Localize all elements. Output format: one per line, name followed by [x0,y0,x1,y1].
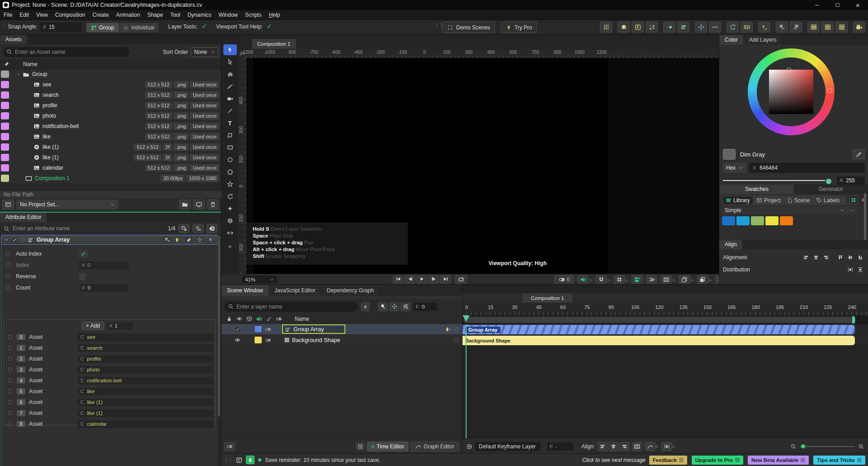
enabled-checkbox-icon[interactable] [11,237,18,243]
step-fwd-button[interactable] [428,275,439,284]
open-folder-button[interactable] [179,200,191,209]
menu-dynamics[interactable]: Dynamics [184,10,215,20]
asset-row-calendar[interactable]: calendar512 x 512.pngUsed once [0,163,221,173]
menu-file[interactable]: File [0,10,16,20]
group-array-header[interactable]: Group Array × [1,235,218,245]
source-labels[interactable]: Labels [813,196,842,204]
tool-settings[interactable] [223,215,237,226]
asset-reference-field[interactable]: Csearch [78,344,213,352]
tab-composition-1[interactable]: Composition 1 [252,39,296,49]
frame-button[interactable] [660,275,672,284]
asset-row-profile[interactable]: profile512 x 512.pngUsed once [0,100,221,111]
asset-color-swatch[interactable] [1,143,9,151]
layer-clip-icon[interactable] [264,326,272,333]
layer-clip-icon[interactable] [264,337,272,343]
value-field[interactable]: #9 [79,284,129,292]
asset-color-swatch[interactable] [1,164,9,171]
tool-select[interactable] [223,44,237,55]
tool-rotate[interactable] [223,191,237,202]
grid-options-chevron[interactable]: ▷ [626,276,628,283]
toolbar-align-bars-button[interactable] [677,22,689,33]
keyframe-dot[interactable] [8,389,12,394]
toolbar-rotate-cycle-button[interactable] [726,22,739,33]
add-asset-button[interactable]: + Add [82,322,104,330]
distribute-kf-button[interactable] [661,442,672,451]
source-library[interactable]: Library [723,196,753,204]
toolbar-layout-columns-button[interactable] [807,22,820,33]
tool-hand[interactable] [223,69,237,80]
viewport-canvas[interactable]: Hold S Direct Layer SelectionSpace Play/… [246,58,719,274]
chevron-right-icon[interactable]: ▷ [673,444,675,448]
distribute-h-button[interactable] [846,266,855,274]
tool-knife[interactable] [223,81,237,92]
skip-end-button[interactable] [440,275,451,284]
timeline-bar[interactable]: Background Shape [462,336,855,345]
frame-filter-field[interactable]: F 0 [413,303,437,311]
asset-row-search[interactable]: search512 x 512.pngUsed once [0,90,221,100]
clear-search-button[interactable] [207,224,217,233]
color-swatch-chip[interactable] [765,216,778,225]
color-swatch-chip[interactable] [722,216,735,225]
layer-keyframe-dot[interactable] [454,327,458,332]
keyframe-dot[interactable] [6,252,10,256]
tool-sparkle[interactable] [223,203,237,214]
onion-brush-button[interactable] [378,302,388,311]
asset-reference-field[interactable]: Ccalendar [78,420,213,428]
align-bottom-button[interactable] [856,253,865,262]
layer-row-background-shape[interactable]: Background Shape [222,335,462,346]
tab-assets[interactable]: Assets [0,35,27,44]
project-set-dropdown[interactable]: No Project Set... [16,200,118,209]
scatter-filter-button[interactable] [389,302,399,311]
asset-row-like-1-[interactable]: like (1)512 x 5122f.pngUsed once [0,152,221,163]
asset-row-notification-bell[interactable]: notification-bell512 x 512.pngUsed once [0,121,221,132]
tool-direct-select[interactable] [223,57,237,67]
keyframe-dot[interactable] [6,285,10,290]
asset-search-input[interactable]: Enter an Asset name [3,47,129,57]
trash-button[interactable] [207,200,219,209]
tool-pentagon[interactable] [223,166,237,177]
toolbar-stagger-offset-2-button[interactable] [790,22,802,33]
align-right-button[interactable] [821,253,830,262]
tab-scene-window[interactable]: Scene Window [222,285,269,296]
asset-row-like-1-[interactable]: like (1)512 x 5122f.pngUsed once [0,142,221,152]
asset-row-like[interactable]: like512 x 512.pngUsed once [0,132,221,142]
notification-count-badge[interactable]: 8 [246,456,255,464]
tools-overflow-button[interactable]: » [222,242,238,250]
asset-reference-field[interactable]: Clike (1) [78,409,213,417]
clip-column-icon[interactable] [275,316,283,322]
pick-attribute-button[interactable] [179,224,189,233]
tab-dependency-graph[interactable]: Dependency Graph [321,285,380,296]
attribute-scrollbar[interactable] [218,235,220,466]
asset-reference-field[interactable]: Csee [78,333,213,341]
layer-name-cell[interactable]: Background Shape [282,335,345,345]
keyframe-dot[interactable] [8,346,12,350]
toolbar-dots-grid-button[interactable] [600,22,612,33]
project-board-button[interactable] [2,200,14,209]
toolbar-layout-rows-button[interactable] [821,22,834,33]
menu-create[interactable]: Create [89,10,113,20]
asset-color-swatch[interactable] [1,112,9,119]
tool-transform-box[interactable] [223,130,237,141]
asset-reference-field[interactable]: Clike (1) [78,399,213,406]
asset-color-swatch[interactable] [1,81,9,88]
zoom-in-icon[interactable] [858,443,864,450]
toolbar-filmstrip-button[interactable] [741,22,753,33]
close-section-button[interactable]: × [206,236,215,244]
align-center-h-button[interactable] [811,253,821,262]
asset-row-group[interactable]: Group [0,69,221,80]
menu-help[interactable]: Help [265,10,284,20]
timeline-scrollstrip[interactable] [462,315,868,324]
try-pro-button[interactable]: Try Pro [501,22,537,33]
color-swatch-chip[interactable] [780,216,793,225]
eyedropper-button[interactable] [852,149,865,159]
tab-javascript-editor[interactable]: JavaScript Editor [269,285,321,296]
asset-row-composition-1[interactable]: Composition 130.00fps1920 x 1080 [0,173,221,184]
filter-sliders-button[interactable] [401,302,410,311]
value-field[interactable]: #0 [79,262,129,269]
asset-color-swatch[interactable] [1,154,9,161]
source-scene[interactable]: Scene [784,196,812,204]
menu-tool[interactable]: Tool [167,10,184,20]
minimize-button[interactable]: ─ [807,0,827,10]
keyframe-box-button[interactable] [356,442,365,451]
keyframe-dot[interactable] [6,274,10,279]
